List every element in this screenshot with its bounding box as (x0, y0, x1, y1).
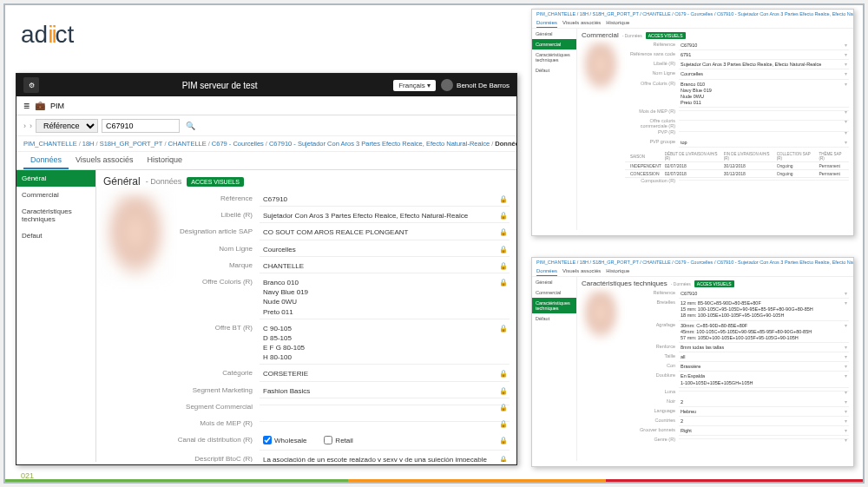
field-value[interactable]: Courcelles🔒 (260, 243, 510, 257)
sidebar-item[interactable]: Commercial (532, 287, 576, 298)
field-value[interactable]: ▾ (679, 129, 849, 132)
breadcrumb-item[interactable]: C67910 - Sujetador Con Aros 3 Partes Efe… (269, 140, 490, 148)
field-value[interactable]: Brassière▾ (679, 363, 849, 372)
breadcrumb-item[interactable]: S18H_GR_PORT_PT (100, 140, 163, 148)
field-value[interactable]: C67910▾ (679, 290, 849, 299)
field-value[interactable]: 2▾ (679, 398, 849, 407)
sidebar-item[interactable]: Défaut (16, 227, 95, 244)
breadcrumb-item[interactable]: 18H (82, 140, 95, 148)
acces-visuels-button[interactable]: ACCES VISUELS (646, 32, 686, 39)
tab[interactable]: Visuels associés (562, 267, 601, 276)
field-value[interactable]: 🔒 (260, 418, 510, 422)
tab[interactable]: Données (536, 18, 557, 28)
field-row: Genre (R)▾ (625, 437, 849, 445)
field-value[interactable]: C67910▾ (679, 42, 849, 50)
lock-icon: 🔒 (499, 369, 508, 378)
briefcase-icon[interactable]: 💼 (35, 101, 45, 110)
breadcrumb-item[interactable]: PIM_CHANTELLE (23, 140, 77, 148)
field-value[interactable]: Fashion Basics🔒 (260, 385, 510, 398)
sidebar-item[interactable]: Caractéristiques techniques (532, 49, 576, 65)
sidebar-item[interactable]: Défaut (532, 65, 576, 76)
field-value[interactable]: ▾ (679, 389, 849, 392)
field-value[interactable]: 🔒 (260, 401, 510, 405)
field-value[interactable]: CO SOUT COM AROS REALCE PLONGEANT🔒 (260, 226, 510, 240)
chevron-right-icon[interactable]: › (23, 122, 26, 130)
sidebar: GénéralCommercialCaractéristiques techni… (16, 170, 96, 462)
field-row: Référence sans code6791▾ (625, 51, 849, 60)
field-row: PVP (R)▾ (625, 129, 849, 138)
user-menu[interactable]: Benoit De Barros (441, 79, 510, 91)
checkbox-wholesale[interactable] (263, 436, 272, 444)
field-value[interactable]: Right▾ (679, 427, 849, 436)
field-value[interactable]: Sujetador Con Aros 3 Partes Efecto Realc… (679, 61, 849, 69)
field-value[interactable]: C67910🔒 (260, 193, 510, 207)
sidebar-item[interactable]: Caractéristiques techniques (532, 298, 576, 313)
breadcrumb-item[interactable]: CHANTELLE (168, 140, 207, 148)
field-value[interactable]: Sujetador Con Aros 3 Partes Efecto Realc… (260, 209, 510, 223)
brand-icon: ⚙ (23, 77, 39, 93)
field-value[interactable]: ▾ (679, 109, 849, 111)
tab[interactable]: Historique (606, 18, 629, 28)
chevron-down-icon: ▾ (845, 438, 847, 444)
acces-visuels-button[interactable]: ACCES VISUELS (187, 177, 244, 187)
field-value[interactable]: CORSETERIE🔒 (260, 367, 510, 381)
tab-visuels-associés[interactable]: Visuels associés (69, 152, 140, 169)
sidebar-item[interactable]: Commercial (532, 39, 576, 49)
sidebar-item[interactable]: Caractéristiques techniques (16, 203, 95, 227)
field-value[interactable]: Branco 010 Navy Blue 019 Nude 0WU Preto … (679, 81, 849, 109)
acces-visuels-button[interactable]: ACCES VISUELS (694, 280, 734, 287)
tab-données[interactable]: Données (23, 152, 69, 169)
chevron-right-icon[interactable]: › (30, 122, 32, 130)
field-value[interactable]: 6791▾ (679, 51, 849, 60)
chevron-down-icon: ▾ (845, 373, 847, 380)
sidebar-item[interactable]: Général (16, 170, 95, 187)
search-icon[interactable]: 🔍 (183, 122, 197, 130)
lock-icon: 🔒 (499, 324, 508, 333)
chevron-down-icon: ▾ (845, 43, 847, 49)
breadcrumb-item[interactable]: C679 - Courcelles (212, 140, 264, 148)
lock-icon: 🔒 (499, 436, 508, 445)
reference-select[interactable]: Référence (36, 119, 98, 133)
field-row: Désignation article SAPCO SOUT COM AROS … (176, 226, 510, 240)
sidebar-item[interactable]: Général (532, 29, 576, 39)
sidebar-item[interactable]: Commercial (16, 187, 95, 203)
field-value[interactable]: 2▾ (679, 418, 849, 426)
field-value[interactable]: all▾ (679, 353, 849, 362)
field-value[interactable]: Courcelles▾ (679, 70, 849, 79)
tab-historique[interactable]: Historique (140, 152, 189, 169)
field-value[interactable]: En Espalda 1-100+105D+105E+105GH+105H▾ (679, 372, 849, 387)
chevron-down-icon: ▾ (845, 130, 847, 137)
field-value[interactable]: 8mm todas las tallas▾ (679, 344, 849, 352)
field-value[interactable]: ▾ (679, 437, 849, 439)
field-label: Offre coloris commerciale (R) (625, 118, 679, 128)
field-row: Libellé (R)Sujetador Con Aros 3 Partes E… (625, 61, 849, 69)
field-value[interactable]: CHANTELLE🔒 (260, 260, 510, 273)
search-input[interactable] (102, 119, 180, 133)
field-value[interactable]: 30mm: C+85-90D+80-85E+80F 45mm: 100-105C… (679, 322, 849, 343)
tab[interactable]: Données (536, 267, 557, 276)
field-value[interactable]: ▾ (679, 118, 849, 121)
checkbox-retail[interactable] (324, 436, 332, 444)
field-value[interactable]: WholesaleRetail🔒 (260, 434, 510, 451)
tab[interactable]: Historique (606, 267, 629, 276)
field-value[interactable]: 12 mm: 85-90C+85-90D+80-85E+80F 15 mm: 1… (679, 299, 849, 320)
field-value[interactable]: C 90-105 D 85-105 E F G 80-105 H 80-100🔒 (260, 322, 510, 365)
sidebar-item[interactable]: Défaut (532, 313, 576, 324)
preview-panel-tech: PIM_CHANTELLE / 18H / S18H_GR_PORT_PT / … (531, 257, 854, 467)
section-subtitle: - Données (146, 177, 182, 186)
chevron-down-icon: ▾ (845, 409, 847, 416)
field-label: Renforce (625, 344, 679, 349)
field-row: Descriptif BtoC (R)La asociación de un e… (176, 453, 510, 462)
product-thumbnail (582, 42, 620, 92)
sidebar-item[interactable]: Général (532, 277, 576, 287)
menu-icon[interactable]: ≡ (23, 100, 30, 112)
language-selector[interactable]: Français ▾ (393, 80, 436, 91)
field-row: Bretelles12 mm: 85-90C+85-90D+80-85E+80F… (625, 299, 849, 320)
field-value[interactable]: La asociación de un escote realzado y se… (260, 453, 510, 462)
field-value[interactable]: Hebreu▾ (679, 408, 849, 417)
field-value[interactable]: Branco 010 Navy Blue 019 Nude 0WU Preto … (260, 276, 510, 319)
field-value[interactable]: top▾ (679, 139, 849, 148)
field-row: DoublureEn Espalda 1-100+105D+105E+105GH… (625, 372, 849, 387)
field-row: Noir2▾ (625, 398, 849, 407)
tab[interactable]: Visuels associés (562, 18, 601, 28)
